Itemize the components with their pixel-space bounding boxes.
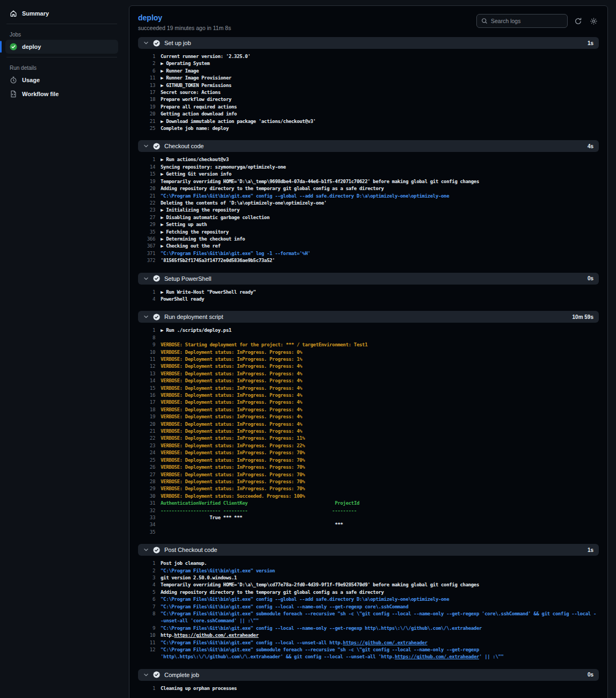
line-number[interactable]: 3 (138, 575, 155, 581)
log-text-segment: Getting action download info (161, 111, 237, 117)
search-logs-box[interactable] (476, 14, 568, 28)
line-number[interactable]: 9 (138, 625, 155, 632)
line-number[interactable]: 29 (138, 485, 155, 492)
line-number[interactable]: 2 (138, 568, 155, 575)
line-number[interactable]: 23 (138, 207, 155, 214)
line-number[interactable]: 19 (138, 178, 155, 185)
line-number[interactable]: 17 (138, 89, 155, 96)
search-input[interactable] (491, 18, 563, 24)
line-number[interactable]: 15 (138, 171, 155, 178)
job-title-link[interactable]: deploy (138, 13, 162, 22)
line-number[interactable]: 367 (138, 243, 155, 250)
log-line: 1Cleaning up orphan processes (138, 685, 599, 692)
line-number[interactable]: 20 (138, 421, 155, 428)
line-number[interactable]: 12 (138, 646, 155, 653)
log-settings-button[interactable] (589, 16, 599, 26)
line-number[interactable]: 25 (138, 125, 155, 132)
log-line: 372'81565f5b2f1745a3f14772e0d5836ae9b5c7… (138, 257, 599, 264)
line-number[interactable]: 22 (138, 435, 155, 442)
log-text-segment: ProjectId (335, 500, 359, 506)
line-number[interactable]: 19 (138, 413, 155, 420)
line-number[interactable]: 16 (138, 392, 155, 399)
line-number[interactable]: 9 (138, 341, 155, 348)
log-section-header[interactable]: Run deployment script10m 59s (138, 311, 599, 323)
log-section-header[interactable]: Setup PowerShell0s (138, 273, 599, 285)
line-number[interactable]: 6 (138, 596, 155, 603)
line-number[interactable]: 17 (138, 399, 155, 406)
line-number[interactable]: 31 (138, 500, 155, 507)
line-number[interactable]: 28 (138, 478, 155, 485)
line-number[interactable]: 18 (138, 96, 155, 103)
line-number[interactable]: 371 (138, 250, 155, 257)
log-section-header[interactable]: Complete job0s (138, 669, 599, 681)
line-number[interactable]: 20 (138, 111, 155, 118)
line-number[interactable]: 11 (138, 75, 155, 82)
line-number[interactable]: 21 (138, 193, 155, 200)
line-number[interactable]: 19 (138, 104, 155, 111)
line-number[interactable]: 8 (138, 610, 155, 617)
line-number[interactable]: 26 (138, 464, 155, 471)
section-duration: 0s (588, 275, 593, 281)
sidebar-item-summary[interactable]: Summary (5, 6, 118, 20)
line-number[interactable]: 12 (138, 363, 155, 370)
log-section-header[interactable]: Set up job1s (138, 37, 599, 49)
line-number[interactable]: 6 (138, 68, 155, 75)
log-text: ▶ Run ./scripts/deploy.ps1 (161, 327, 599, 334)
line-number[interactable]: 1 (138, 53, 155, 60)
line-number[interactable]: 14 (138, 164, 155, 171)
log-text: ▶ Fetching the repository (161, 229, 599, 236)
log-line: 29VERBOSE: Deployment status: InProgress… (138, 485, 599, 492)
line-number[interactable]: 1 (138, 560, 155, 567)
line-number[interactable]: 4 (138, 296, 155, 303)
line-number[interactable]: 20 (138, 185, 155, 192)
line-number[interactable]: 5 (138, 589, 155, 596)
log-line: 1▶ Run ./scripts/deploy.ps1 (138, 327, 599, 334)
line-number[interactable]: 34 (138, 521, 155, 528)
line-number[interactable]: 22 (138, 200, 155, 207)
log-line: 34 *** (138, 521, 599, 528)
line-number[interactable]: 1 (138, 327, 155, 334)
line-number[interactable]: 1 (138, 156, 155, 163)
line-number[interactable]: 30 (138, 493, 155, 500)
line-number[interactable]: 21 (138, 428, 155, 435)
line-number[interactable]: 33 (138, 514, 155, 521)
sidebar-job-deploy[interactable]: deploy (5, 40, 118, 54)
line-number[interactable]: 29 (138, 221, 155, 228)
line-number[interactable]: 25 (138, 457, 155, 464)
line-number[interactable]: 35 (138, 229, 155, 236)
line-number[interactable]: 27 (138, 471, 155, 478)
sidebar-item-usage[interactable]: Usage (5, 73, 118, 87)
check-circle-icon (153, 275, 160, 282)
line-number[interactable]: 372 (138, 257, 155, 264)
line-number[interactable]: 1 (138, 685, 155, 692)
line-number[interactable]: 10 (138, 349, 155, 356)
line-number[interactable]: 8 (138, 335, 155, 341)
line-number[interactable]: 11 (138, 356, 155, 363)
line-number[interactable]: 13 (138, 370, 155, 377)
line-number[interactable]: 15 (138, 385, 155, 392)
sidebar-item-workflow-file[interactable]: Workflow file (5, 87, 118, 101)
line-number[interactable]: 35 (138, 529, 155, 536)
line-number[interactable]: 7 (138, 604, 155, 610)
refresh-logs-button[interactable] (573, 16, 583, 26)
line-number[interactable]: 18 (138, 406, 155, 413)
line-number[interactable]: 10 (138, 632, 155, 639)
line-number[interactable]: 27 (138, 214, 155, 221)
log-section-header[interactable]: Checkout code4s (138, 140, 599, 152)
line-number[interactable]: 4 (138, 581, 155, 588)
line-number[interactable]: 14 (138, 377, 155, 384)
log-section-header[interactable]: Post Checkout code1s (138, 544, 599, 556)
line-number[interactable]: 23 (138, 442, 155, 449)
chevron-down-icon (143, 40, 149, 46)
log-line: 27▶ Disabling automatic garbage collecti… (138, 214, 599, 221)
line-number[interactable]: 1 (138, 289, 155, 296)
line-number[interactable]: 21 (138, 118, 155, 125)
line-number[interactable]: 2 (138, 60, 155, 67)
line-number[interactable]: 13 (138, 82, 155, 89)
line-number[interactable]: 11 (138, 639, 155, 646)
log-text-segment: ▶ Getting Git version info (161, 171, 231, 177)
line-number[interactable]: 366 (138, 236, 155, 243)
line-number[interactable]: 32 (138, 507, 155, 514)
line-number[interactable]: 24 (138, 449, 155, 456)
log-text: "C:\Program Files\Git\bin\git.exe" confi… (161, 193, 599, 200)
